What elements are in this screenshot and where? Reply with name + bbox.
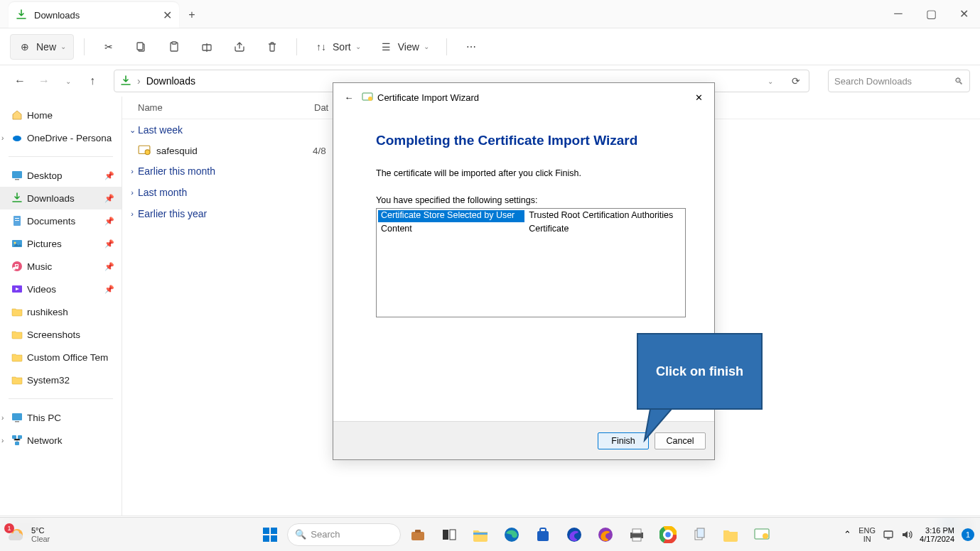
pin-icon: 📌 (104, 194, 114, 203)
search-input[interactable]: Search Downloads 🔍︎ (828, 70, 970, 92)
pin-icon: 📌 (104, 239, 114, 249)
expand-icon[interactable]: › (1, 414, 4, 422)
share-button[interactable] (225, 34, 254, 60)
expand-icon[interactable]: › (1, 134, 4, 142)
dialog-back-button[interactable]: ← (340, 89, 357, 106)
search-icon: 🔍︎ (954, 76, 964, 87)
taskbar-app-explorer[interactable] (466, 520, 495, 549)
sidebar[interactable]: Home › OneDrive - Persona Desktop 📌 Down… (0, 97, 122, 515)
dialog-close-button[interactable]: ✕ (690, 89, 707, 106)
volume-icon[interactable] (901, 529, 912, 540)
copy-button[interactable] (127, 34, 156, 60)
lang-primary: ENG (858, 526, 876, 535)
path-segment[interactable]: Downloads (146, 75, 195, 87)
setting-key: Content (378, 224, 524, 236)
table-row[interactable]: Certificate Store Selected by User Trust… (378, 210, 684, 222)
svg-rect-10 (15, 220, 19, 221)
sidebar-item-custom-office[interactable]: Custom Office Tem (0, 346, 122, 369)
clock[interactable]: 3:16 PM 4/17/2024 (920, 526, 954, 543)
rename-button[interactable] (193, 34, 221, 60)
chevron-down-icon: ⌄ (60, 43, 66, 50)
new-button[interactable]: ⊕ New ⌄ (10, 34, 74, 60)
table-row[interactable]: Content Certificate (378, 224, 684, 236)
taskbar-search[interactable]: 🔍 Search (287, 523, 401, 546)
maximize-button[interactable]: ▢ (915, 0, 947, 28)
weather-widget[interactable]: 1 5°C Clear (6, 525, 50, 545)
back-button[interactable]: ← (10, 71, 30, 91)
svg-rect-16 (15, 421, 19, 422)
taskbar-app-folder[interactable] (716, 520, 745, 549)
view-button[interactable]: ☰ View ⌄ (372, 34, 436, 60)
sidebar-item-onedrive[interactable]: › OneDrive - Persona (0, 126, 122, 149)
sort-button[interactable]: ↑↓ Sort ⌄ (307, 34, 368, 60)
recent-button[interactable]: ⌄ (58, 71, 78, 91)
taskbar-app-certmgr[interactable] (748, 520, 776, 549)
language-indicator[interactable]: ENG IN (858, 526, 876, 543)
view-icon: ☰ (379, 40, 394, 54)
tray-chevron-icon[interactable]: ⌃ (844, 529, 851, 540)
taskbar-app-printer[interactable] (623, 520, 651, 549)
sidebar-item-home[interactable]: Home (0, 104, 122, 126)
taskbar-app-firefox[interactable] (591, 520, 620, 549)
up-button[interactable]: ↑ (82, 71, 102, 91)
svg-rect-1 (137, 43, 143, 50)
sidebar-item-downloads[interactable]: Downloads 📌 (0, 187, 122, 209)
svg-rect-6 (12, 171, 22, 178)
notification-badge[interactable]: 1 (962, 528, 974, 541)
taskbar-app-store[interactable] (529, 520, 557, 549)
delete-button[interactable] (258, 34, 286, 60)
weather-text: 5°C Clear (31, 526, 50, 543)
group-label: Last month (138, 187, 187, 198)
taskbar-right: ⌃ ENG IN 3:16 PM 4/17/2024 1 (844, 526, 974, 543)
taskbar-app-chrome[interactable] (654, 520, 682, 549)
paste-button[interactable] (160, 34, 188, 60)
network-icon[interactable] (883, 529, 894, 540)
svg-rect-26 (263, 528, 269, 534)
taskbar-app-taskview[interactable] (435, 520, 463, 549)
refresh-icon[interactable]: ⟳ (792, 75, 800, 87)
lang-secondary: IN (858, 535, 876, 543)
svg-rect-9 (15, 218, 19, 219)
label: Screenshots (27, 329, 80, 340)
share-icon (232, 40, 247, 54)
sidebar-item-network[interactable]: › Network (0, 429, 122, 452)
label: Network (27, 435, 63, 446)
tab-close-icon[interactable]: ✕ (162, 10, 172, 20)
new-tab-button[interactable]: + (179, 2, 205, 28)
minimize-button[interactable]: ─ (882, 0, 915, 28)
dialog-text2: You have specified the following setting… (376, 195, 672, 205)
sidebar-item-rushikesh[interactable]: rushikesh (0, 300, 122, 323)
sidebar-item-pictures[interactable]: Pictures 📌 (0, 232, 122, 255)
sidebar-item-documents[interactable]: Documents 📌 (0, 209, 122, 232)
svg-point-21 (145, 150, 150, 155)
taskbar-app-copy[interactable] (685, 520, 714, 549)
tab-downloads[interactable]: Downloads ✕ (9, 2, 179, 28)
taskbar-app-edge[interactable] (497, 520, 526, 549)
svg-rect-17 (12, 435, 16, 439)
more-icon: ⋯ (464, 40, 478, 54)
chevron-down-icon[interactable]: ⌄ (768, 77, 773, 85)
sidebar-item-screenshots[interactable]: Screenshots (0, 323, 122, 346)
svg-rect-53 (884, 531, 893, 538)
sidebar-item-this-pc[interactable]: › This PC (0, 406, 122, 429)
column-name[interactable]: Name (138, 102, 314, 113)
close-button[interactable]: ✕ (947, 0, 980, 28)
folder-icon (11, 374, 23, 386)
sidebar-item-desktop[interactable]: Desktop 📌 (0, 164, 122, 187)
taskbar-app-briefcase[interactable] (404, 520, 432, 549)
taskbar-app-firefox-nightly[interactable] (560, 520, 588, 549)
forward-button[interactable]: → (34, 71, 54, 91)
expand-icon[interactable]: › (1, 437, 4, 444)
sidebar-item-music[interactable]: Music 📌 (0, 255, 122, 278)
sidebar-item-videos[interactable]: Videos 📌 (0, 278, 122, 300)
rename-icon (200, 40, 214, 54)
cut-button[interactable]: ✂ (95, 34, 123, 60)
sidebar-item-system32[interactable]: System32 (0, 369, 122, 391)
pc-icon (11, 412, 23, 423)
download-icon (120, 75, 131, 87)
start-button[interactable] (256, 520, 284, 549)
more-button[interactable]: ⋯ (457, 34, 485, 60)
pin-icon: 📌 (104, 171, 114, 180)
label: Home (27, 110, 53, 121)
svg-rect-3 (172, 42, 176, 44)
